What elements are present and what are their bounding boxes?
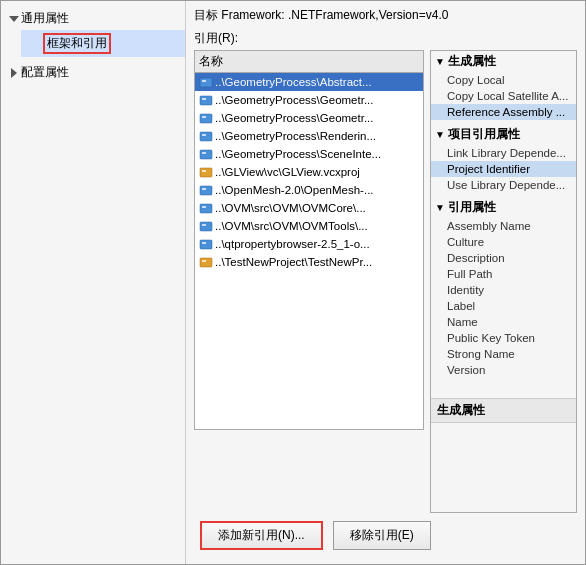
content-area: 目标 Framework: .NETFramework,Version=v4.0… (186, 1, 585, 564)
sidebar-label-framework: 框架和引用 (47, 36, 107, 50)
prop-culture[interactable]: Culture (431, 234, 576, 250)
svg-rect-15 (202, 206, 206, 208)
sidebar-section-config: 配置属性 (1, 59, 185, 86)
add-reference-button[interactable]: 添加新引用(N)... (200, 521, 323, 550)
sidebar: 通用属性 框架和引用 配置属性 (1, 1, 186, 564)
assembly-icon (199, 75, 213, 89)
reference-container: 名称 ..\GeometryProcess\Abstract... ..\Geo… (194, 50, 577, 513)
svg-rect-8 (200, 150, 212, 159)
ref-item-text: ..\GeometryProcess\Abstract... (215, 76, 372, 88)
prop-project-identifier[interactable]: Project Identifier (431, 161, 576, 177)
project-icon (199, 255, 213, 269)
svg-rect-12 (200, 186, 212, 195)
list-item[interactable]: ..\OVM\src\OVM\OVMCore\... (195, 199, 423, 217)
project-section-label: 项目引用属性 (448, 126, 520, 143)
ref-item-text: ..\GeometryProcess\Geometr... (215, 112, 374, 124)
list-item[interactable]: ..\GeometryProcess\SceneInte... (195, 145, 423, 163)
prop-version[interactable]: Version (431, 362, 576, 378)
prop-strong-name[interactable]: Strong Name (431, 346, 576, 362)
svg-rect-4 (200, 114, 212, 123)
svg-rect-10 (200, 168, 212, 177)
properties-panel: ▼ 生成属性 Copy Local Copy Local Satellite A… (430, 50, 577, 513)
build-section-label: 生成属性 (448, 53, 496, 70)
reference-list[interactable]: 名称 ..\GeometryProcess\Abstract... ..\Geo… (194, 50, 424, 430)
prop-copy-local-satellite[interactable]: Copy Local Satellite A... (431, 88, 576, 104)
list-item[interactable]: ..\GLView\vc\GLView.vcxproj (195, 163, 423, 181)
collapse-arrow-project: ▼ (435, 129, 445, 140)
svg-rect-17 (202, 224, 206, 226)
ref-item-text: ..\OpenMesh-2.0\OpenMesh-... (215, 184, 374, 196)
ref-item-text: ..\GeometryProcess\Renderin... (215, 130, 376, 142)
prop-label[interactable]: Label (431, 298, 576, 314)
list-item[interactable]: ..\GeometryProcess\Abstract... (195, 73, 423, 91)
sidebar-item-common[interactable]: 通用属性 (1, 7, 185, 30)
prop-reference-assembly[interactable]: Reference Assembly ... (431, 104, 576, 120)
sidebar-label-config: 配置属性 (21, 64, 69, 81)
list-item[interactable]: ..\qtpropertybrowser-2.5_1-o... (195, 235, 423, 253)
build-properties-header[interactable]: ▼ 生成属性 (431, 51, 576, 72)
svg-rect-6 (200, 132, 212, 141)
svg-rect-0 (200, 78, 212, 87)
svg-rect-19 (202, 242, 206, 244)
ref-item-text: ..\qtpropertybrowser-2.5_1-o... (215, 238, 370, 250)
svg-rect-21 (202, 260, 206, 262)
svg-rect-13 (202, 188, 206, 190)
ref-item-text: ..\TestNewProject\TestNewPr... (215, 256, 372, 268)
list-item[interactable]: ..\GeometryProcess\Geometr... (195, 109, 423, 127)
project-properties-header[interactable]: ▼ 项目引用属性 (431, 124, 576, 145)
sidebar-section-common: 通用属性 框架和引用 (1, 5, 185, 59)
chevron-down-icon (9, 14, 19, 24)
prop-use-library[interactable]: Use Library Depende... (431, 177, 576, 193)
assembly-icon (199, 183, 213, 197)
prop-full-path[interactable]: Full Path (431, 266, 576, 282)
ref-item-text: ..\GeometryProcess\Geometr... (215, 94, 374, 106)
bottom-prop-label: 生成属性 (431, 398, 576, 423)
prop-identity[interactable]: Identity (431, 282, 576, 298)
assembly-icon (199, 129, 213, 143)
svg-rect-16 (200, 222, 212, 231)
ref-item-text: ..\OVM\src\OVM\OVMCore\... (215, 202, 366, 214)
assembly-icon (199, 147, 213, 161)
collapse-arrow-build: ▼ (435, 56, 445, 67)
prop-name[interactable]: Name (431, 314, 576, 330)
svg-rect-11 (202, 170, 206, 172)
svg-rect-14 (200, 204, 212, 213)
svg-rect-7 (202, 134, 206, 136)
list-item[interactable]: ..\OpenMesh-2.0\OpenMesh-... (195, 181, 423, 199)
assembly-icon (199, 237, 213, 251)
sidebar-item-config[interactable]: 配置属性 (1, 61, 185, 84)
svg-rect-20 (200, 258, 212, 267)
framework-line: 目标 Framework: .NETFramework,Version=v4.0 (194, 7, 577, 24)
assembly-icon (199, 93, 213, 107)
list-header: 名称 (195, 51, 423, 73)
list-item[interactable]: ..\OVM\src\OVM\OVMTools\... (195, 217, 423, 235)
list-item[interactable]: ..\GeometryProcess\Geometr... (195, 91, 423, 109)
prop-link-library[interactable]: Link Library Depende... (431, 145, 576, 161)
sidebar-item-framework-refs[interactable]: 框架和引用 (21, 30, 185, 57)
framework-refs-label-box: 框架和引用 (43, 33, 111, 54)
reference-label: 引用(R): (194, 30, 577, 47)
ref-item-text: ..\OVM\src\OVM\OVMTools\... (215, 220, 368, 232)
ref-item-text: ..\GeometryProcess\SceneInte... (215, 148, 381, 160)
prop-description[interactable]: Description (431, 250, 576, 266)
list-item[interactable]: ..\TestNewProject\TestNewPr... (195, 253, 423, 271)
svg-rect-9 (202, 152, 206, 154)
svg-rect-18 (200, 240, 212, 249)
project-icon (199, 165, 213, 179)
sidebar-children-common: 框架和引用 (1, 30, 185, 57)
prop-assembly-name[interactable]: Assembly Name (431, 218, 576, 234)
sidebar-label-common: 通用属性 (21, 10, 69, 27)
assembly-icon (199, 201, 213, 215)
prop-public-key-token[interactable]: Public Key Token (431, 330, 576, 346)
remove-reference-button[interactable]: 移除引用(E) (333, 521, 431, 550)
reference-properties-header[interactable]: ▼ 引用属性 (431, 197, 576, 218)
assembly-icon (199, 111, 213, 125)
assembly-icon (199, 219, 213, 233)
svg-rect-1 (202, 80, 206, 82)
list-item[interactable]: ..\GeometryProcess\Renderin... (195, 127, 423, 145)
ref-item-text: ..\GLView\vc\GLView.vcxproj (215, 166, 360, 178)
svg-rect-3 (202, 98, 206, 100)
collapse-arrow-ref: ▼ (435, 202, 445, 213)
prop-copy-local[interactable]: Copy Local (431, 72, 576, 88)
chevron-right-icon (9, 68, 19, 78)
